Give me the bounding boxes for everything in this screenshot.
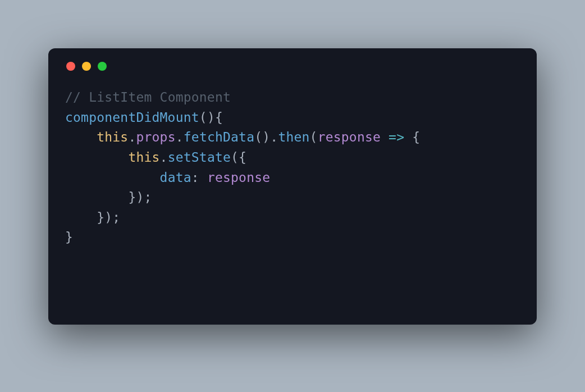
punct: )	[207, 110, 215, 125]
punct: (	[310, 130, 318, 144]
code-window: // ListItem Component componentDidMount(…	[48, 48, 537, 325]
punct: });	[97, 210, 120, 225]
prop-key: data	[160, 170, 191, 185]
arrow: =>	[389, 130, 404, 144]
punct: .	[128, 130, 136, 144]
zoom-icon[interactable]	[98, 62, 107, 71]
code-comment: // ListItem Component	[65, 90, 231, 104]
punct: {	[412, 130, 420, 144]
indent	[65, 170, 160, 185]
punct: :	[191, 170, 207, 185]
space	[404, 130, 412, 144]
punct: }	[65, 230, 73, 244]
punct: });	[128, 190, 152, 204]
ident: fetchData	[184, 130, 254, 144]
ident: response	[207, 170, 270, 185]
kw-this: this	[97, 130, 128, 144]
ident: props	[136, 130, 175, 144]
close-icon[interactable]	[66, 62, 75, 71]
window-controls	[65, 61, 520, 71]
indent	[65, 150, 128, 165]
method-name: componentDidMount	[65, 110, 199, 125]
ident: then	[278, 130, 309, 144]
param: response	[318, 130, 381, 144]
punct: .	[176, 130, 184, 144]
punct: (	[199, 110, 207, 125]
punct: .	[270, 130, 278, 144]
space	[381, 130, 389, 144]
ident: setState	[168, 150, 231, 165]
punct: {	[215, 110, 223, 125]
punct: (	[231, 150, 239, 165]
code-block: // ListItem Component componentDidMount(…	[65, 88, 520, 248]
punct: ()	[254, 130, 270, 144]
punct: .	[160, 150, 168, 165]
punct: {	[239, 150, 246, 165]
indent	[65, 210, 97, 225]
indent	[65, 130, 97, 144]
indent	[65, 190, 128, 204]
minimize-icon[interactable]	[82, 62, 91, 71]
kw-this: this	[128, 150, 159, 165]
